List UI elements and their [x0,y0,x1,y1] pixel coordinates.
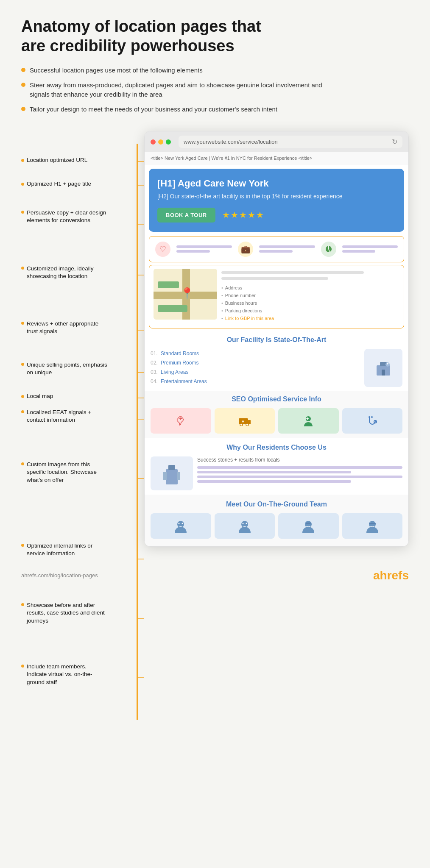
bullet-list: Successful location pages use most of th… [21,66,409,114]
trust-signals-row: ♡ 💼 [149,236,404,262]
vertical-connector-bar [137,144,138,720]
footer-brand: ahrefs [373,569,409,582]
map-info-list: Address Phone number Business hours Park… [221,269,399,325]
facility-image-placeholder [364,349,402,387]
why-image-placeholder [151,456,193,490]
label-usp: Unique selling points, emphasis on uniqu… [21,361,107,376]
trust-line [259,245,315,248]
why-line-full [197,476,402,478]
team-avatar-3 [278,513,339,539]
heart-icon: ♡ [155,242,170,257]
hero-h2: [H2] Our state-of-the art facility is in… [157,192,396,201]
success-text: Success stories + results from locals [197,456,402,464]
bullet-dot [21,107,25,111]
annotation-area: Location optimized URL Optimized H1 + pa… [21,131,409,547]
leaf-icon [321,242,336,257]
connector-dot-usp [21,363,24,366]
team-avatar-2 [215,513,275,539]
trust-line [176,245,232,248]
svg-rect-29 [177,472,180,480]
trust-line-short [259,250,293,253]
maximize-dot[interactable] [166,139,171,145]
team-section: Meet Our On-The-Ground Team [145,495,408,546]
info-line-placeholder [221,271,364,274]
map-green-block-1 [158,281,179,288]
facility-rooms-list: 01. Standard Rooms 02. Premium Rooms 03.… [151,349,360,387]
page-title: Anatomy of location pages that are credi… [21,17,276,56]
label-h1: Optimized H1 + page title [21,180,91,188]
svg-point-21 [246,423,249,426]
connector-dot-eeat [21,410,24,413]
why-content: Success stories + results from locals [151,456,402,490]
team-avatar-1 [151,513,211,539]
why-line-med [197,471,351,473]
room-item-4[interactable]: 04. Entertainment Areas [151,377,360,386]
address-bar[interactable]: www.yourwebsite.com/service/location ↻ [179,136,402,148]
svg-rect-28 [163,472,167,480]
label-image: Customized image, ideally showcasing the… [21,265,107,280]
book-tour-button[interactable]: BOOK A TOUR [157,208,215,223]
svg-point-34 [242,523,243,524]
phone-item: Phone number [221,292,399,299]
browser-window: www.yourwebsite.com/service/location ↻ <… [144,131,409,547]
label-custom-images: Custom images from this specific locatio… [21,461,107,484]
connector-dot-team [21,665,24,668]
browser-titlebar: www.yourwebsite.com/service/location ↻ [145,131,408,152]
svg-point-24 [369,416,370,418]
star-rating: ★★★★★ [222,210,265,220]
svg-rect-26 [166,469,178,484]
svg-point-31 [179,523,180,524]
connector-dot-copy [21,211,24,214]
ambulance-icon-box [215,408,275,434]
reload-icon[interactable]: ↻ [392,138,397,146]
title-tag-text: <title> New York Aged Care | We're #1 in… [151,156,312,161]
connector-dot-custom-images [21,462,24,465]
svg-rect-39 [306,523,311,524]
why-line-full [197,466,402,469]
info-line-placeholder [221,277,328,280]
facility-content: 01. Standard Rooms 02. Premium Rooms 03.… [151,349,402,387]
label-reviews: Reviews + other appropriate trust signal… [21,320,107,335]
why-heading: Why Our Residents Choose Us [151,444,402,451]
trust-line-short [342,250,376,253]
close-dot[interactable] [151,139,156,145]
title-tag-bar: <title> New York Aged Care | We're #1 in… [145,152,408,164]
connector-dot-url [21,159,24,162]
seo-icons-row [151,408,402,434]
label-map: Local map [21,392,53,400]
bullet-item-2: Steer away from mass-produced, duplicate… [21,81,327,100]
label-internal-links: Optimized internal links or service info… [21,542,107,557]
hero-section: [H1] Aged Care New York [H2] Our state-o… [149,169,404,232]
hero-bottom: BOOK A TOUR ★★★★★ [157,208,396,223]
why-lines [197,466,402,483]
svg-rect-19 [248,420,251,424]
browser-mockup: www.yourwebsite.com/service/location ↻ <… [144,131,409,547]
label-team: Include team members. Indicate virtual v… [21,663,107,686]
svg-point-25 [371,416,373,418]
gbp-link-item[interactable]: Link to GBP in this area [221,314,399,322]
hero-h1: [H1] Aged Care New York [157,178,396,189]
team-avatar-4 [342,513,403,539]
svg-point-20 [240,423,243,426]
label-url: Location optimized URL [21,156,87,164]
why-line-med [197,480,351,483]
footer-url: ahrefs.com/blog/location-pages [21,572,98,579]
room-item-1[interactable]: 01. Standard Rooms [151,349,360,358]
connector-dot-h1 [21,183,24,186]
label-case-studies: Showcase before and after results, case … [21,601,107,625]
svg-rect-27 [168,465,175,470]
room-item-2[interactable]: 02. Premium Rooms [151,358,360,367]
room-item-3[interactable]: 03. Living Areas [151,367,360,377]
minimize-dot[interactable] [158,139,163,145]
contact-info-list: Address Phone number Business hours Park… [221,284,399,322]
why-section: Why Our Residents Choose Us Success stor… [145,438,408,495]
bullet-dot [21,68,25,72]
url-text: www.yourwebsite.com/service/location [184,139,392,145]
parking-item: Parking directions [221,307,399,314]
nurse-icon-box [278,408,339,434]
label-eeat: Localized EEAT signals + contact informa… [21,409,107,424]
stethoscope-icon-box [342,408,403,434]
why-text-area: Success stories + results from locals [197,456,402,490]
facility-section: Our Facility Is State-Of-The-Art 01. Sta… [145,330,408,391]
trust-lines-1 [176,245,232,253]
